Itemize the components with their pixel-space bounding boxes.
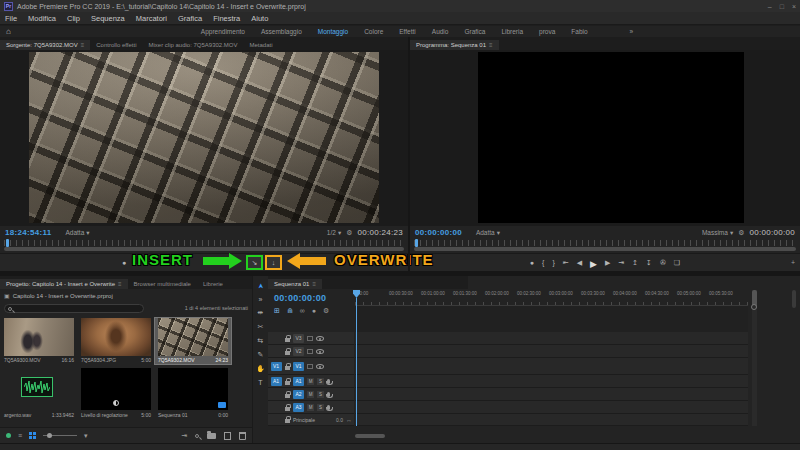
menu-modifica[interactable]: Modifica [28, 14, 56, 23]
workspace-libreria[interactable]: Libreria [501, 28, 523, 35]
voiceover-mic-icon[interactable] [327, 379, 330, 384]
menu-file[interactable]: File [5, 14, 17, 23]
hand-tool-icon[interactable]: ✋ [256, 365, 265, 373]
solo-button[interactable]: S [317, 404, 324, 411]
add-marker-icon[interactable]: ● [530, 259, 534, 269]
program-playhead[interactable] [415, 239, 418, 247]
slip-tool-icon[interactable]: ⇆ [258, 337, 264, 345]
workspace-assemblaggio[interactable]: Assemblaggio [261, 28, 302, 35]
menu-grafica[interactable]: Grafica [178, 14, 202, 23]
tab-sorgente[interactable]: Sorgente: 7Q5A9302.MOV ≡ [0, 40, 90, 50]
list-item[interactable]: argento.wav1:33.9462 [1, 368, 77, 414]
track-lane-v2[interactable] [355, 345, 748, 358]
extract-icon[interactable]: ↧ [646, 259, 652, 269]
lift-icon[interactable]: ↥ [632, 259, 638, 269]
timeline-horizontal-scrollbar[interactable] [355, 434, 385, 438]
program-position-timecode[interactable]: 00:00:00:00 [415, 228, 462, 237]
program-mini-ruler[interactable] [414, 240, 796, 246]
timeline-ruler[interactable]: 00:00 00:00:30:00 00:01:00:00 00:01:30:0… [355, 290, 748, 306]
close-icon[interactable]: × [792, 3, 796, 10]
track-target-v2[interactable]: V2 [293, 347, 304, 356]
pen-tool-icon[interactable]: ✎ [258, 351, 264, 359]
track-target-a1[interactable]: A1 [293, 377, 304, 386]
new-item-icon[interactable] [224, 432, 231, 440]
timeline-lanes[interactable] [355, 306, 748, 426]
icon-view-icon[interactable] [29, 432, 36, 439]
sync-lock-icon[interactable] [307, 349, 313, 354]
linked-selection-icon[interactable]: ∞ [300, 307, 305, 315]
workspace-fabio[interactable]: Fabio [571, 28, 587, 35]
menu-sequenza[interactable]: Sequenza [91, 14, 125, 23]
sort-icons-icon[interactable]: ▾ [84, 432, 88, 440]
zoom-slider[interactable] [43, 435, 77, 436]
workspace-grafica[interactable]: Grafica [464, 28, 485, 35]
track-target-a2[interactable]: A2 [293, 390, 304, 399]
timeline-vertical-scrollbar[interactable] [752, 290, 757, 426]
tab-sequenza-01[interactable]: Sequenza 01 ≡ [268, 279, 322, 289]
automate-to-sequence-icon[interactable]: ⇥ [181, 432, 187, 440]
new-bin-icon[interactable] [207, 433, 216, 439]
play-icon[interactable]: ▶ [590, 259, 597, 269]
list-view-icon[interactable]: ≡ [18, 432, 22, 439]
panel-menu-icon[interactable]: ≡ [81, 42, 85, 48]
track-lane-v3[interactable] [355, 332, 748, 345]
overwrite-button[interactable]: ↓ [265, 255, 282, 270]
playhead-line[interactable] [356, 298, 357, 426]
go-to-in-icon[interactable]: ⇤ [563, 259, 569, 269]
voiceover-mic-icon[interactable] [327, 392, 330, 397]
voiceover-mic-icon[interactable] [327, 405, 330, 410]
list-item[interactable]: 7Q5A9300.MOV16:16 [1, 318, 77, 364]
solo-button[interactable]: S [317, 391, 324, 398]
eye-icon[interactable] [316, 336, 324, 341]
solo-button[interactable]: S [317, 378, 324, 385]
comparison-view-icon[interactable]: ❏ [674, 259, 680, 269]
button-editor-icon[interactable]: + [791, 259, 795, 266]
razor-tool-icon[interactable]: ✂ [258, 323, 264, 331]
timeline-zoom-knob[interactable] [751, 304, 757, 310]
fit-icon[interactable]: ↔ [346, 417, 352, 423]
workspace-apprendimento[interactable]: Apprendimento [201, 28, 245, 35]
tab-browser-multimediale[interactable]: Browser multimediale [128, 279, 197, 289]
go-to-out-icon[interactable]: ⇥ [618, 259, 624, 269]
lock-icon[interactable] [285, 338, 290, 342]
source-position-timecode[interactable]: 18:24:54:11 [5, 228, 51, 237]
find-icon[interactable] [195, 434, 199, 438]
panel-menu-icon[interactable]: ≡ [312, 281, 316, 287]
tab-librerie[interactable]: Librerie [197, 279, 229, 289]
eye-icon[interactable] [316, 364, 324, 369]
settings-wrench-icon[interactable]: ⚙ [738, 229, 744, 237]
step-back-icon[interactable]: ◀ [577, 259, 582, 269]
tab-controllo-effetti[interactable]: Controllo effetti [90, 40, 142, 50]
timeline-settings-wrench-icon[interactable]: ⚙ [323, 307, 329, 315]
program-zoom-scrollbar[interactable] [414, 247, 796, 251]
master-level-value[interactable]: 0.0 [336, 417, 343, 423]
settings-wrench-icon[interactable]: ⚙ [346, 229, 352, 237]
mute-button[interactable]: M [307, 404, 314, 411]
track-lane-a2[interactable] [355, 388, 748, 401]
panel-menu-icon[interactable]: ≡ [118, 281, 122, 287]
lock-icon[interactable] [285, 381, 290, 385]
list-item-selected[interactable]: 7Q5A9302.MOV24:23 [155, 318, 231, 364]
tab-metadati[interactable]: Metadati [244, 40, 279, 50]
clear-trash-icon[interactable] [239, 432, 246, 440]
source-resolution-dropdown[interactable]: 1/2 ▾ [327, 229, 341, 237]
workspace-montaggio[interactable]: Montaggio [318, 28, 348, 35]
mute-button[interactable]: M [307, 391, 314, 398]
panel-menu-icon[interactable]: ≡ [489, 42, 493, 48]
program-resolution-dropdown[interactable]: Massima ▾ [702, 229, 733, 237]
track-lane-master[interactable] [355, 414, 748, 426]
workspace-audio[interactable]: Audio [432, 28, 449, 35]
minimize-icon[interactable]: – [768, 3, 772, 10]
lock-icon[interactable] [285, 394, 290, 398]
lock-icon[interactable] [285, 351, 290, 355]
track-lane-v1[interactable] [355, 358, 748, 375]
list-item[interactable]: Livello di regolazione5:00 [78, 368, 154, 414]
track-target-a3[interactable]: A3 [293, 403, 304, 412]
track-lane-a3[interactable] [355, 401, 748, 414]
workspace-colore[interactable]: Colore [364, 28, 383, 35]
maximize-icon[interactable]: □ [780, 3, 784, 10]
source-playhead[interactable] [6, 239, 9, 247]
workspace-effetti[interactable]: Effetti [399, 28, 416, 35]
lock-icon[interactable] [285, 419, 290, 423]
sync-lock-icon[interactable] [307, 364, 313, 369]
